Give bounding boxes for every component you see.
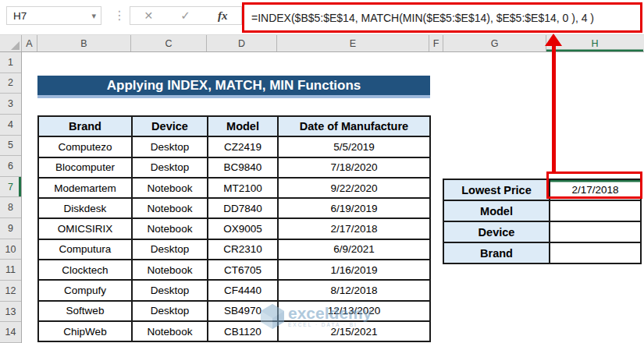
table-row: Blocomputer Desktop BC9840 7/18/2020	[38, 157, 430, 178]
table-header-row: Brand Device Model Date of Manufacture	[38, 116, 430, 136]
selected-row-indicator	[19, 177, 21, 197]
column-header-b[interactable]: B	[37, 35, 131, 51]
cell-date[interactable]: 5/5/2019	[278, 136, 430, 157]
cell-model[interactable]: CR2310	[208, 239, 278, 260]
confirm-icon[interactable]: ✓	[180, 9, 190, 23]
cell-date[interactable]: 1/16/2019	[278, 260, 430, 280]
cell-device[interactable]: Notebook	[132, 260, 208, 280]
lookup-label-model[interactable]: Model	[443, 200, 550, 221]
cell-date[interactable]: 12/13/2020	[278, 301, 430, 321]
lookup-label-device[interactable]: Device	[443, 221, 550, 242]
row-header-2[interactable]: 2	[0, 73, 21, 94]
cell-model[interactable]: CT6705	[208, 260, 278, 280]
cell-brand[interactable]: Computezo	[38, 136, 132, 157]
lookup-row: Model	[443, 200, 641, 221]
table-row: Softweb Desktop SB4970 12/13/2020	[38, 301, 430, 321]
cell-date[interactable]: 9/22/2020	[278, 178, 430, 198]
cell-date[interactable]: 7/18/2020	[278, 157, 430, 178]
cell-date[interactable]: 8/12/2018	[278, 280, 430, 300]
result-cell-h9[interactable]	[550, 221, 641, 242]
name-box-dropdown-icon[interactable]: ▾	[91, 11, 96, 21]
table-row: Modemartem Notebook MT2100 9/22/2020	[38, 178, 430, 198]
cell-model[interactable]: OX9005	[208, 218, 278, 239]
result-cell-h7[interactable]: 2/17/2018	[550, 179, 641, 200]
cell-brand[interactable]: Modemartem	[38, 178, 132, 198]
cell-brand[interactable]: Clocktech	[38, 260, 132, 280]
row-header-8[interactable]: 8	[0, 197, 21, 218]
cell-device[interactable]: Notebook	[132, 178, 208, 198]
name-box[interactable]: H7 ▾	[6, 6, 101, 25]
cell-device[interactable]: Desktop	[132, 157, 208, 178]
row-header-5[interactable]: 5	[0, 136, 21, 157]
row-header-6[interactable]: 6	[0, 156, 21, 177]
cell-device[interactable]: Desktop	[132, 301, 208, 321]
row-header-14[interactable]: 14	[0, 322, 21, 343]
cell-brand[interactable]: OMICSIRIX	[38, 218, 132, 239]
header-model[interactable]: Model	[208, 116, 278, 136]
cell-brand[interactable]: Softweb	[38, 301, 132, 321]
column-header-g[interactable]: G	[443, 35, 546, 51]
cell-brand[interactable]: ChipWeb	[38, 321, 132, 341]
row-header-1[interactable]: 1	[0, 52, 21, 73]
cancel-icon[interactable]: ✕	[144, 9, 154, 22]
row-header-7[interactable]: 7	[0, 177, 21, 198]
cell-brand[interactable]: Blocomputer	[38, 157, 132, 178]
table-row: Compufy Desktop CF4440 8/12/2018	[38, 280, 430, 300]
result-cell-h8[interactable]	[550, 200, 641, 221]
formula-text: =INDEX($B$5:$E$14, MATCH(MIN($E$5:$E$14)…	[251, 12, 594, 24]
column-header-e[interactable]: E	[277, 35, 429, 51]
column-header-d[interactable]: D	[207, 35, 277, 51]
cell-brand[interactable]: Computura	[38, 239, 132, 260]
annotation-arrow-line	[552, 45, 556, 172]
result-cell-h10[interactable]	[550, 242, 641, 263]
header-device[interactable]: Device	[132, 116, 208, 136]
cell-model[interactable]: CF4440	[208, 280, 278, 300]
cell-model[interactable]: MT2100	[208, 178, 278, 198]
lookup-label-brand[interactable]: Brand	[443, 242, 550, 263]
title-banner[interactable]: Applying INDEX, MATCH, MIN Functions	[37, 76, 430, 98]
insert-function-icon[interactable]: fx	[218, 9, 228, 23]
row-header-11[interactable]: 11	[0, 260, 21, 281]
cell-device[interactable]: Notebook	[132, 218, 208, 239]
row-header-9[interactable]: 9	[0, 218, 21, 239]
table-row: ChipWeb Notebook CB1120 2/15/2021	[38, 321, 430, 341]
cell-model[interactable]: CB1120	[208, 321, 278, 341]
cell-model[interactable]: DD7840	[208, 198, 278, 218]
cell-device[interactable]: Notebook	[132, 198, 208, 218]
row-header-12[interactable]: 12	[0, 281, 21, 302]
header-date[interactable]: Date of Manufacture	[278, 116, 430, 136]
formula-buttons-group: ✕ ✓ fx	[130, 6, 242, 25]
column-header-c[interactable]: C	[131, 35, 207, 51]
cell-brand[interactable]: Compufy	[38, 280, 132, 300]
column-header-h[interactable]: H	[546, 35, 643, 51]
cell-date[interactable]: 6/9/2021	[278, 239, 430, 260]
cell-device[interactable]: Notebook	[132, 321, 208, 341]
cell-device[interactable]: Desktop	[132, 280, 208, 300]
lookup-label-lowest-price[interactable]: Lowest Price	[443, 179, 550, 200]
column-headers: A B C D E F G H	[0, 34, 644, 52]
cell-device[interactable]: Desktop	[132, 239, 208, 260]
column-header-a[interactable]: A	[22, 35, 37, 51]
name-box-value[interactable]: H7	[13, 10, 91, 22]
select-all-corner[interactable]	[0, 35, 22, 51]
cell-date[interactable]: 2/17/2018	[278, 218, 430, 239]
lookup-panel: Lowest Price 2/17/2018 Model Device Bran…	[443, 179, 642, 264]
column-header-f[interactable]: F	[429, 35, 443, 51]
cell-model[interactable]: BC9840	[208, 157, 278, 178]
cell-model[interactable]: SB4970	[208, 301, 278, 321]
cell-date[interactable]: 6/19/2019	[278, 198, 430, 218]
row-header-4[interactable]: 4	[0, 115, 21, 136]
row-number: 7	[8, 182, 13, 193]
cell-model[interactable]: CZ2419	[208, 136, 278, 157]
row-header-3[interactable]: 3	[0, 94, 21, 115]
more-options-icon: ⋮	[113, 8, 126, 23]
row-headers: 1 2 3 4 5 6 7 8 9 10 11 12 13 14	[0, 52, 22, 343]
row-header-13[interactable]: 13	[0, 302, 21, 323]
cell-brand[interactable]: Diskdesk	[38, 198, 132, 218]
header-brand[interactable]: Brand	[38, 116, 132, 136]
cell-date[interactable]: 2/15/2021	[278, 321, 430, 341]
row-header-10[interactable]: 10	[0, 239, 21, 260]
manufacture-table: Brand Device Model Date of Manufacture C…	[37, 115, 431, 342]
cell-device[interactable]: Desktop	[132, 136, 208, 157]
formula-input[interactable]: =INDEX($B$5:$E$14, MATCH(MIN($E$5:$E$14)…	[242, 2, 642, 33]
